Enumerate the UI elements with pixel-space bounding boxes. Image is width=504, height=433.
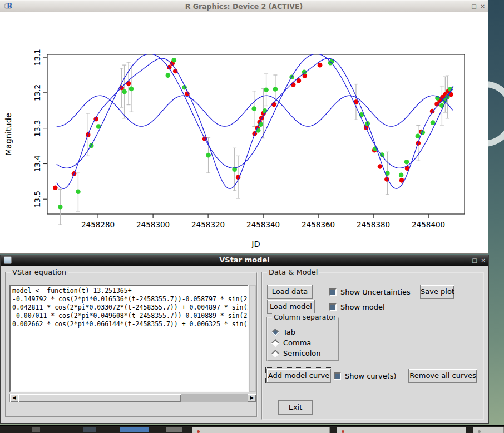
scroll-right-arrow-icon[interactable]: ▶ bbox=[248, 394, 256, 402]
vstar-equation-legend: VStar equation bbox=[11, 268, 68, 276]
exit-button[interactable]: Exit bbox=[278, 400, 313, 415]
r-graphics-titlebar[interactable]: R R Graphics: Device 2 (ACTIVE) – □ ✕ bbox=[0, 0, 488, 12]
vstar-app-icon bbox=[4, 256, 12, 264]
horizontal-scrollbar-thumb[interactable] bbox=[18, 394, 181, 402]
svg-text:13.5: 13.5 bbox=[33, 191, 42, 207]
taskbar-window-button[interactable] bbox=[473, 427, 504, 433]
column-separator-legend: Column separator bbox=[272, 313, 338, 321]
taskbar-icon[interactable] bbox=[120, 427, 149, 432]
radio-indicator[interactable] bbox=[271, 328, 279, 336]
svg-text:2458360: 2458360 bbox=[302, 220, 335, 229]
svg-text:2458280: 2458280 bbox=[81, 220, 115, 229]
vstar-window-title: VStar model bbox=[1, 255, 488, 266]
equation-vertical-scrollbar[interactable] bbox=[249, 285, 256, 392]
svg-text:13.3: 13.3 bbox=[33, 120, 42, 137]
data-model-group: Data & Model Load data Save plot Load mo… bbox=[261, 272, 484, 420]
close-icon[interactable]: ✕ bbox=[481, 258, 486, 263]
show-curves-checkbox[interactable]: Show curve(s) bbox=[334, 372, 397, 380]
r-logo-icon: R bbox=[4, 2, 13, 11]
checkbox-indicator[interactable] bbox=[329, 303, 337, 311]
scroll-left-arrow-icon[interactable]: ◀ bbox=[10, 394, 18, 402]
svg-text:Magnitude: Magnitude bbox=[4, 113, 13, 156]
svg-text:JD: JD bbox=[251, 240, 260, 248]
show-model-checkbox[interactable]: Show model bbox=[329, 303, 385, 311]
svg-text:2458380: 2458380 bbox=[357, 220, 390, 229]
vstar-equation-group: VStar equation model <- function(t) 13.2… bbox=[5, 272, 258, 417]
equation-textarea[interactable]: model <- function(t) 13.251365+ -0.14979… bbox=[9, 285, 249, 392]
radio-indicator[interactable] bbox=[271, 339, 279, 346]
svg-text:13.4: 13.4 bbox=[33, 155, 42, 172]
svg-text:2458340: 2458340 bbox=[246, 220, 280, 229]
svg-text:13.1: 13.1 bbox=[33, 49, 42, 66]
radio-indicator[interactable] bbox=[271, 349, 279, 357]
taskbar-icon[interactable] bbox=[32, 427, 40, 432]
remove-all-curves-button[interactable]: Remove all curves bbox=[408, 369, 477, 383]
taskbar-window-button[interactable] bbox=[192, 427, 330, 433]
svg-text:2458300: 2458300 bbox=[136, 220, 170, 229]
r-graphics-window-title: R Graphics: Device 2 (ACTIVE) bbox=[0, 1, 488, 12]
svg-text:2458320: 2458320 bbox=[191, 220, 225, 229]
radio-tab[interactable]: Tab bbox=[273, 329, 295, 336]
minimize-icon[interactable]: – bbox=[465, 4, 467, 9]
data-model-legend: Data & Model bbox=[267, 268, 319, 276]
close-icon[interactable]: ✕ bbox=[481, 4, 485, 9]
taskbar-icon[interactable] bbox=[166, 427, 182, 432]
r-graphics-window: R R Graphics: Device 2 (ACTIVE) – □ ✕ 24… bbox=[0, 0, 488, 254]
taskbar-icon[interactable] bbox=[83, 427, 96, 432]
show-uncertainties-checkbox[interactable]: Show Uncertainties bbox=[329, 288, 411, 296]
add-model-curve-button[interactable]: Add model curve bbox=[266, 369, 331, 383]
radio-semicolon[interactable]: Semicolon bbox=[273, 350, 320, 357]
svg-text:2458400: 2458400 bbox=[412, 220, 445, 229]
taskbar-window-button[interactable] bbox=[337, 427, 466, 433]
load-model-button[interactable]: Load model bbox=[267, 300, 315, 314]
maximize-icon[interactable]: □ bbox=[471, 4, 476, 9]
maximize-icon[interactable]: □ bbox=[472, 258, 477, 263]
vstar-titlebar[interactable]: VStar model – □ ✕ bbox=[1, 255, 488, 266]
checkbox-indicator[interactable] bbox=[329, 288, 337, 296]
equation-text: model <- function(t) 13.251365+ -0.14979… bbox=[11, 286, 248, 329]
load-data-button[interactable]: Load data bbox=[267, 285, 313, 299]
checkbox-indicator[interactable] bbox=[334, 372, 341, 380]
radio-comma[interactable]: Comma bbox=[273, 339, 311, 346]
magnitude-jd-plot: 2458280245830024583202458340245836024583… bbox=[0, 12, 488, 253]
taskbar[interactable] bbox=[0, 425, 504, 433]
equation-horizontal-scrollbar[interactable]: ◀ ▶ bbox=[9, 394, 256, 402]
vstar-model-window: VStar model – □ ✕ VStar equation model <… bbox=[0, 255, 489, 424]
plot-canvas: 2458280245830024583202458340245836024583… bbox=[0, 12, 488, 253]
save-plot-button[interactable]: Save plot bbox=[420, 285, 454, 299]
minimize-icon[interactable]: – bbox=[465, 258, 468, 263]
column-separator-group: Column separator Tab Comma Semicolon bbox=[266, 317, 339, 361]
svg-text:13.2: 13.2 bbox=[33, 84, 42, 101]
